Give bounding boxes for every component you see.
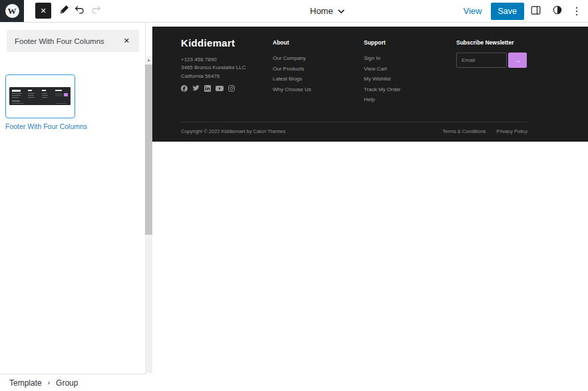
footer-divider: [181, 122, 527, 122]
facebook-icon[interactable]: [181, 85, 188, 92]
edit-tool-button[interactable]: [56, 3, 72, 19]
thumbnail-detail: [12, 95, 21, 96]
footer-column-support: Support Sign In View Cart My Wishlist Tr…: [364, 39, 400, 107]
settings-sidebar-toggle[interactable]: [526, 3, 545, 19]
pattern-label[interactable]: Footer With Four Columns: [5, 122, 87, 130]
youtube-icon[interactable]: [216, 85, 223, 92]
thumbnail-detail: [12, 103, 24, 104]
thumbnail-detail: [42, 97, 47, 98]
footer-column-about: About Our Company Our Products Latest Bl…: [273, 39, 311, 96]
thumbnail-detail: [28, 97, 35, 98]
site-brand: Kiddiemart: [181, 37, 235, 49]
sidebar-close-button[interactable]: ✕: [121, 35, 132, 47]
pattern-thumbnail: [9, 87, 71, 105]
instagram-icon[interactable]: [228, 85, 235, 92]
thumbnail-detail: [12, 93, 22, 94]
wordpress-icon: W: [5, 4, 19, 18]
footer-bottom-bar: Copyright © 2022 Kiddiemart by Catch The…: [181, 126, 527, 136]
close-icon: ✕: [124, 37, 130, 45]
document-title-label: Home: [310, 6, 333, 16]
save-button[interactable]: Save: [491, 3, 525, 20]
footer-link[interactable]: View Cart: [364, 66, 400, 72]
thumbnail-detail: [42, 95, 48, 96]
terms-link[interactable]: Terms & Conditions: [442, 128, 486, 134]
contrast-circle-icon: [551, 4, 563, 18]
linkedin-icon[interactable]: [204, 85, 211, 92]
thumbnail-detail: [12, 90, 21, 92]
thumbnail-detail: [42, 93, 47, 94]
newsletter-title: Subscribe Newsletter: [456, 39, 514, 46]
view-button[interactable]: View: [457, 6, 489, 16]
thumbnail-detail: [12, 97, 19, 98]
thumbnail-detail: [28, 90, 32, 91]
arrow-right-icon: →: [514, 57, 521, 64]
contact-address: 3465 Bronco Kundalini LLC: [181, 64, 245, 72]
redo-button[interactable]: [88, 3, 104, 19]
undo-button[interactable]: [72, 3, 88, 19]
newsletter-form: →: [456, 53, 527, 68]
footer-link[interactable]: Our Products: [273, 66, 311, 72]
newsletter-submit-button[interactable]: →: [508, 53, 527, 68]
pattern-sidebar: Footer With Four Columns ✕: [0, 23, 146, 391]
inserter-close-button[interactable]: ✕: [35, 3, 51, 19]
copyright-text: Copyright © 2022 Kiddiemart by Catch The…: [181, 128, 285, 134]
thumbnail-detail: [28, 95, 34, 96]
footer-link[interactable]: My Wishlist: [364, 76, 400, 82]
footer-link[interactable]: Latest Blogs: [273, 76, 311, 82]
close-icon: ✕: [40, 7, 46, 15]
thumbnail-detail: [55, 93, 63, 96]
thumbnail-detail: [56, 103, 67, 104]
pencil-icon: [59, 4, 70, 17]
column-title: About: [273, 39, 311, 46]
newsletter-email-input[interactable]: [456, 53, 507, 68]
scrollbar-thumb[interactable]: [145, 65, 152, 235]
footer-template-preview[interactable]: Kiddiemart +123 456 7890 3465 Bronco Kun…: [152, 27, 588, 142]
block-editor-app: W ✕ Home View Save: [0, 0, 588, 391]
footer-link[interactable]: Why Choose Us: [273, 86, 311, 92]
footer-link[interactable]: Help: [364, 96, 400, 102]
privacy-link[interactable]: Privacy Policy: [496, 128, 527, 134]
thumbnail-detail: [42, 90, 46, 91]
sidebar-title: Footer With Four Columns: [15, 37, 104, 45]
contact-info: +123 456 7890 3465 Bronco Kundalini LLC …: [181, 56, 245, 80]
footer-link[interactable]: Sign In: [364, 55, 400, 61]
editor-topbar: W ✕ Home View Save: [0, 0, 588, 23]
ellipsis-icon: ⋮: [571, 5, 582, 17]
footer-link[interactable]: Track My Order: [364, 86, 400, 92]
styles-toggle[interactable]: [547, 3, 567, 19]
scroll-up-button[interactable]: ▲: [145, 56, 152, 64]
editor-canvas: Kiddiemart +123 456 7890 3465 Bronco Kun…: [146, 23, 588, 391]
chevron-down-icon: [337, 6, 345, 16]
thumbnail-detail: [55, 90, 62, 91]
legal-links: Terms & Conditions Privacy Policy: [442, 128, 527, 134]
sidebar-panel-icon: [529, 4, 542, 19]
pattern-preview-card[interactable]: [5, 74, 75, 118]
thumbnail-detail: [64, 93, 68, 96]
redo-icon: [90, 4, 102, 18]
breadcrumb-template[interactable]: Template: [9, 378, 42, 388]
contact-city: California 56476: [181, 72, 245, 80]
topbar-right-group: View Save ⋮: [457, 0, 585, 22]
breadcrumb-group[interactable]: Group: [56, 378, 78, 388]
sidebar-scrollbar: ▲: [145, 56, 152, 373]
options-menu-button[interactable]: ⋮: [569, 3, 585, 19]
sidebar-header: Footer With Four Columns ✕: [7, 30, 139, 52]
chevron-right-icon: ›: [48, 379, 50, 386]
wordpress-logo-button[interactable]: W: [0, 0, 24, 22]
block-breadcrumb-bar: Template › Group: [0, 374, 146, 391]
undo-icon: [74, 4, 86, 18]
column-title: Support: [364, 39, 400, 46]
document-title-button[interactable]: Home: [306, 0, 349, 22]
thumbnail-detail: [12, 100, 20, 102]
footer-link[interactable]: Our Company: [273, 55, 311, 61]
twitter-icon[interactable]: [192, 85, 200, 92]
social-icons-row: [181, 85, 235, 92]
thumbnail-detail: [28, 93, 35, 94]
contact-phone: +123 456 7890: [181, 56, 245, 64]
